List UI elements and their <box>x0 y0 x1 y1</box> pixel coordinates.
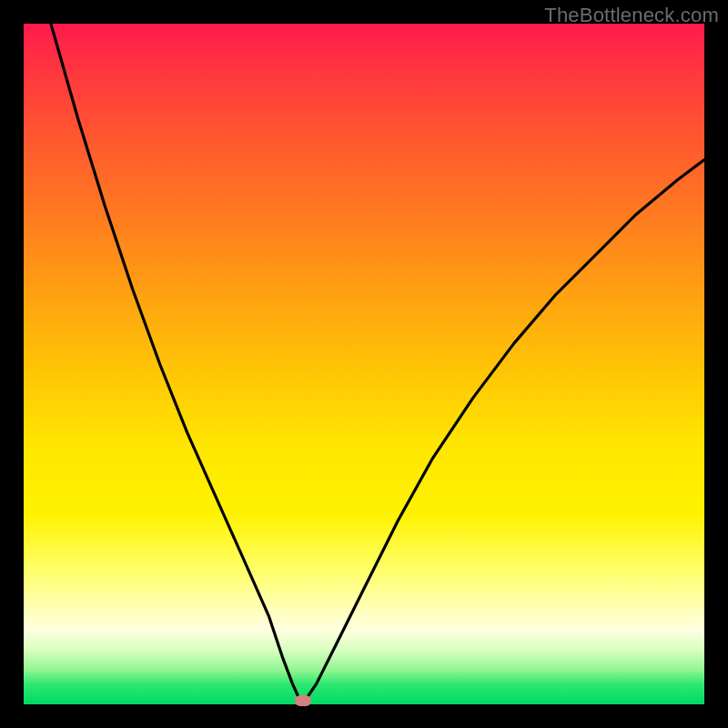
optimal-point-marker <box>295 695 311 706</box>
bottleneck-curve <box>24 24 704 704</box>
watermark-text: TheBottleneck.com <box>544 4 719 27</box>
chart-area <box>24 24 704 704</box>
